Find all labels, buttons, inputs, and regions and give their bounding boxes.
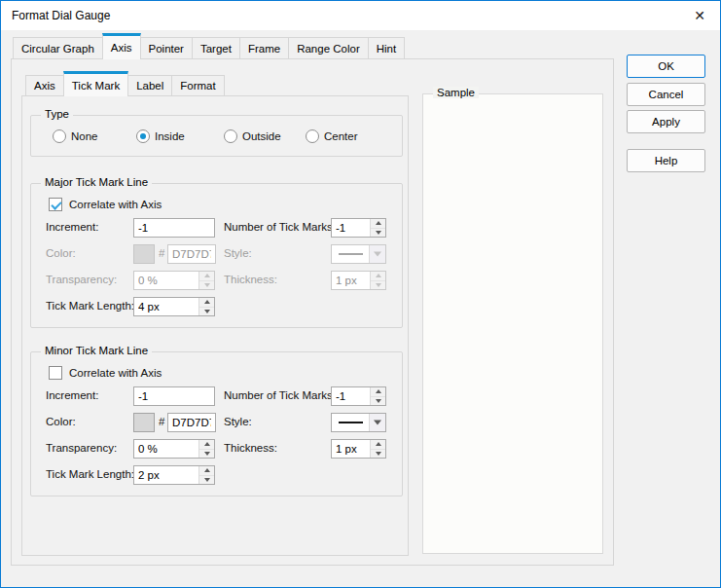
spin-up-icon[interactable] [371, 272, 385, 281]
minor-transparency-spinner [133, 439, 215, 459]
radio-none-label: None [71, 130, 98, 142]
hash-sign: # [159, 416, 164, 427]
spin-down-icon[interactable] [199, 450, 214, 459]
minor-style-label: Style: [224, 416, 252, 427]
major-transparency-input[interactable] [134, 272, 198, 289]
radio-icon [306, 129, 319, 143]
sample-group-title: Sample [433, 87, 479, 98]
spin-up-icon[interactable] [371, 387, 385, 397]
major-color-hex-input[interactable] [167, 244, 216, 264]
minor-correlate-label: Correlate with Axis [69, 367, 162, 379]
radio-outside-label: Outside [242, 130, 281, 142]
minor-length-spinner [133, 465, 215, 485]
spin-down-icon[interactable] [371, 450, 385, 459]
major-transparency-row: Transparency: Thickness: [31, 271, 402, 290]
major-num-ticks-spinner [331, 218, 386, 238]
spin-down-icon[interactable] [199, 281, 214, 290]
spin-up-icon[interactable] [199, 440, 214, 450]
minor-num-ticks-label: Number of Tick Marks: [224, 389, 336, 401]
ok-button[interactable]: OK [627, 55, 705, 78]
spin-down-icon[interactable] [199, 476, 214, 485]
radio-inside[interactable]: Inside [136, 129, 185, 144]
window-title: Format Dial Gauge [12, 9, 110, 22]
spin-up-icon[interactable] [199, 466, 214, 476]
major-style-dropdown[interactable] [331, 244, 386, 264]
major-style-label: Style: [224, 247, 252, 259]
tab-target[interactable]: Target [192, 37, 240, 59]
radio-none[interactable]: None [53, 129, 98, 144]
spinner-buttons [198, 466, 214, 484]
major-thickness-label: Thickness: [224, 274, 277, 285]
tab-range-color[interactable]: Range Color [288, 37, 369, 59]
minor-length-label: Tick Mark Length: [46, 468, 134, 480]
color-swatch[interactable] [133, 244, 155, 264]
major-increment-row: Increment: Number of Tick Marks: [31, 218, 402, 238]
close-icon[interactable]: ✕ [685, 4, 714, 27]
radio-icon [53, 129, 66, 143]
apply-button[interactable]: Apply [627, 110, 705, 133]
minor-length-input[interactable] [134, 466, 198, 484]
spinner-buttons [370, 387, 385, 405]
spinner-buttons [370, 272, 385, 289]
major-correlate-checkbox[interactable]: Correlate with Axis [49, 197, 162, 212]
tab-hint[interactable]: Hint [368, 37, 405, 59]
major-length-label: Tick Mark Length: [46, 300, 134, 312]
minor-transparency-label: Transparency: [46, 442, 117, 454]
minor-thickness-input[interactable] [332, 440, 370, 458]
dropdown-arrow-icon[interactable] [369, 245, 385, 263]
radio-outside[interactable]: Outside [224, 129, 281, 144]
spin-up-icon[interactable] [199, 272, 214, 281]
spinner-buttons [198, 440, 214, 458]
radio-selected-icon [136, 129, 150, 143]
spin-down-icon[interactable] [371, 397, 385, 406]
spinner-buttons [198, 298, 214, 315]
subtab-label[interactable]: Label [127, 75, 172, 96]
tab-pointer[interactable]: Pointer [140, 37, 193, 59]
spin-up-icon[interactable] [371, 219, 385, 229]
solid-line-icon [332, 414, 369, 431]
tab-circular-graph[interactable]: Circular Graph [13, 37, 103, 59]
tab-frame[interactable]: Frame [239, 37, 289, 59]
dropdown-arrow-icon[interactable] [369, 414, 385, 431]
major-length-input[interactable] [134, 298, 198, 315]
minor-tick-mark-group: Minor Tick Mark Line Correlate with Axis… [30, 351, 403, 496]
subtab-format[interactable]: Format [171, 75, 224, 96]
radio-center-label: Center [324, 130, 358, 142]
cancel-button[interactable]: Cancel [627, 83, 705, 106]
minor-correlate-checkbox[interactable]: Correlate with Axis [49, 365, 162, 381]
minor-increment-input[interactable] [133, 386, 215, 406]
spinner-buttons [198, 272, 214, 289]
radio-center[interactable]: Center [306, 129, 358, 144]
major-increment-input[interactable] [133, 218, 215, 238]
color-swatch[interactable] [133, 413, 155, 432]
subtab-tick-mark[interactable]: Tick Mark [63, 71, 128, 96]
spin-up-icon[interactable] [371, 440, 385, 450]
checkbox-checked-icon [49, 198, 62, 211]
major-length-spinner [133, 297, 215, 316]
major-num-ticks-input[interactable] [332, 219, 370, 237]
help-button[interactable]: Help [627, 149, 705, 172]
sample-group: Sample [422, 93, 603, 554]
checkbox-unchecked-icon [49, 366, 62, 380]
subtab-axis[interactable]: Axis [25, 75, 64, 96]
spin-down-icon[interactable] [371, 281, 385, 290]
major-group-title: Major Tick Mark Line [41, 176, 152, 188]
minor-num-ticks-input[interactable] [332, 387, 370, 405]
radio-inside-label: Inside [155, 130, 185, 142]
spin-down-icon[interactable] [199, 308, 214, 316]
spin-down-icon[interactable] [371, 229, 385, 238]
major-length-row: Tick Mark Length: [31, 297, 402, 316]
minor-length-row: Tick Mark Length: [31, 465, 402, 485]
spin-up-icon[interactable] [199, 298, 214, 308]
tab-axis[interactable]: Axis [102, 33, 141, 59]
minor-transparency-input[interactable] [134, 440, 198, 458]
major-color-row: Color: # Style: [31, 244, 402, 264]
minor-style-dropdown[interactable] [331, 413, 386, 432]
titlebar: Format Dial Gauge ✕ [1, 1, 720, 30]
major-tick-mark-group: Major Tick Mark Line Correlate with Axis… [30, 183, 403, 328]
minor-color-hex-input[interactable] [167, 413, 216, 432]
major-thickness-spinner [331, 271, 386, 290]
main-tab-bar: Circular Graph Axis Pointer Target Frame… [13, 33, 404, 59]
radio-icon [224, 129, 237, 143]
major-thickness-input[interactable] [332, 272, 370, 289]
